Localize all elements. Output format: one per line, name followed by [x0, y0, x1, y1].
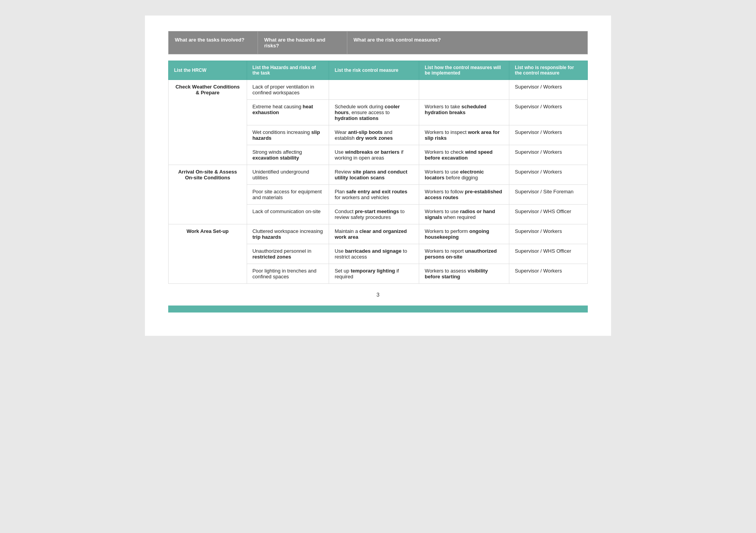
implement-cell: [419, 80, 509, 100]
implement-cell: Workers to perform ongoing housekeeping: [419, 224, 509, 244]
table-row: Work Area Set-upCluttered workspace incr…: [169, 224, 588, 244]
page-number: 3: [168, 292, 588, 298]
top-header: What are the tasks involved? What are th…: [168, 31, 588, 54]
implement-cell: Workers to report unauthorized persons o…: [419, 244, 509, 264]
bottom-bar: [168, 306, 588, 313]
responsible-cell: Supervisor / WHS Officer: [509, 205, 588, 224]
control-cell: Plan safe entry and exit routes for work…: [329, 185, 419, 205]
hazard-cell: Lack of proper ventilation in confined w…: [247, 80, 329, 100]
hazard-cell: Poor lighting in trenches and confined s…: [247, 264, 329, 284]
sub-header-row: List the HRCW List the Hazards and risks…: [169, 61, 588, 80]
hazard-cell: Cluttered workspace increasing trip haza…: [247, 224, 329, 244]
implement-cell: Workers to assess visibility before star…: [419, 264, 509, 284]
sub-header-col2: List the Hazards and risks of the task: [247, 61, 329, 80]
sub-header-col5: List who is responsible for the control …: [509, 61, 588, 80]
responsible-cell: Supervisor / Workers: [509, 264, 588, 284]
control-cell: Use windbreaks or barriers if working in…: [329, 145, 419, 165]
sub-header-col3: List the risk control measure: [329, 61, 419, 80]
control-cell: [329, 80, 419, 100]
hazard-cell: Extreme heat causing heat exhaustion: [247, 100, 329, 125]
task-cell: Work Area Set-up: [169, 224, 247, 284]
implement-cell: Workers to take scheduled hydration brea…: [419, 100, 509, 125]
implement-cell: Workers to follow pre-established access…: [419, 185, 509, 205]
hazard-cell: Unauthorized personnel in restricted zon…: [247, 244, 329, 264]
hazard-cell: Strong winds affecting excavation stabil…: [247, 145, 329, 165]
control-cell: Review site plans and conduct utility lo…: [329, 165, 419, 185]
risk-table: List the HRCW List the Hazards and risks…: [168, 61, 588, 284]
implement-cell: Workers to inspect work area for slip ri…: [419, 125, 509, 145]
implement-cell: Workers to use radios or hand signals wh…: [419, 205, 509, 224]
control-cell: Maintain a clear and organized work area: [329, 224, 419, 244]
implement-cell: Workers to check wind speed before excav…: [419, 145, 509, 165]
responsible-cell: Supervisor / Workers: [509, 165, 588, 185]
table-body: Check Weather Conditions & PrepareLack o…: [169, 80, 588, 284]
responsible-cell: Supervisor / Workers: [509, 145, 588, 165]
responsible-cell: Supervisor / Workers: [509, 224, 588, 244]
task-cell: Check Weather Conditions & Prepare: [169, 80, 247, 165]
responsible-cell: Supervisor / WHS Officer: [509, 244, 588, 264]
control-cell: Wear anti-slip boots and establish dry w…: [329, 125, 419, 145]
control-cell: Set up temporary lighting if required: [329, 264, 419, 284]
hazard-cell: Wet conditions increasing slip hazards: [247, 125, 329, 145]
control-cell: Use barricades and signage to restrict a…: [329, 244, 419, 264]
responsible-cell: Supervisor / Site Foreman: [509, 185, 588, 205]
top-header-col1: What are the tasks involved?: [169, 31, 258, 54]
hazard-cell: Unidentified underground utilities: [247, 165, 329, 185]
control-cell: Schedule work during cooler hours, ensur…: [329, 100, 419, 125]
responsible-cell: Supervisor / Workers: [509, 125, 588, 145]
sub-header-col1: List the HRCW: [169, 61, 247, 80]
table-row: Arrival On-site & Assess On-site Conditi…: [169, 165, 588, 185]
table-row: Check Weather Conditions & PrepareLack o…: [169, 80, 588, 100]
sub-header-col4: List how the control measures will be im…: [419, 61, 509, 80]
implement-cell: Workers to use electronic locators befor…: [419, 165, 509, 185]
top-header-col2: What are the hazards and risks?: [258, 31, 347, 54]
task-cell: Arrival On-site & Assess On-site Conditi…: [169, 165, 247, 224]
control-cell: Conduct pre-start meetings to review saf…: [329, 205, 419, 224]
responsible-cell: Supervisor / Workers: [509, 80, 588, 100]
responsible-cell: Supervisor / Workers: [509, 100, 588, 125]
page: What are the tasks involved? What are th…: [145, 16, 611, 336]
hazard-cell: Poor site access for equipment and mater…: [247, 185, 329, 205]
top-header-col3: What are the risk control measures?: [347, 31, 587, 54]
hazard-cell: Lack of communication on-site: [247, 205, 329, 224]
